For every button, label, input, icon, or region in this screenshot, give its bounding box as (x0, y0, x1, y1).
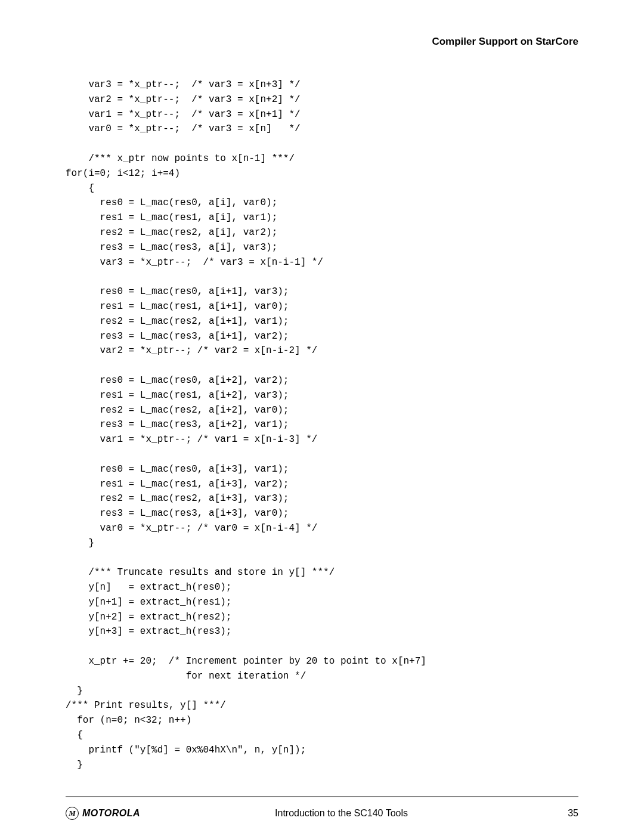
footer-title: Introduction to the SC140 Tools (140, 808, 543, 819)
footer-brand: M MOTOROLA (66, 807, 140, 820)
page-number: 35 (543, 808, 578, 819)
motorola-logo-icon: M (66, 807, 79, 820)
page-footer: M MOTOROLA Introduction to the SC140 Too… (66, 807, 578, 820)
footer-rule (66, 796, 578, 797)
section-header: Compiler Support on StarCore (66, 36, 578, 48)
code-listing: var3 = *x_ptr--; /* var3 = x[n+3] */ var… (66, 78, 578, 772)
brand-text: MOTOROLA (82, 808, 140, 819)
